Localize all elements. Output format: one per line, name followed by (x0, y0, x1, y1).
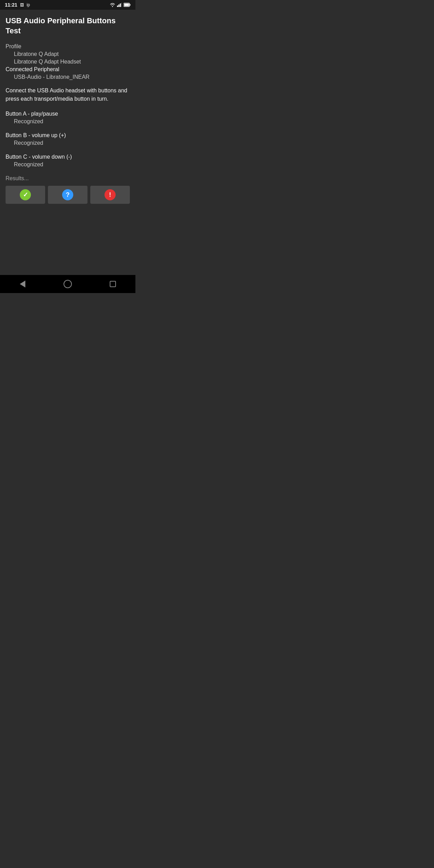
back-icon (20, 281, 25, 287)
question-icon: ? (62, 189, 73, 200)
results-label: Results... (6, 175, 130, 182)
ip-label: ip (27, 2, 30, 7)
button-a-row: Button A - play/pause Recognized (6, 111, 130, 125)
status-left: 11:21 🖼 ip (5, 2, 30, 8)
back-button[interactable] (12, 275, 33, 293)
profile-label: Profile (6, 43, 130, 50)
home-button[interactable] (57, 275, 78, 293)
svg-rect-6 (124, 4, 129, 6)
instruction-text: Connect the USB Audio headset with butto… (6, 86, 130, 103)
button-b-status: Recognized (14, 140, 130, 146)
photo-icon: 🖼 (20, 3, 24, 7)
button-c-status: Recognized (14, 161, 130, 168)
button-a-label: Button A - play/pause (6, 111, 130, 117)
recents-icon (110, 281, 116, 287)
nav-bar (0, 275, 135, 293)
recents-button[interactable] (102, 275, 123, 293)
action-buttons: ✓ ? ! (6, 186, 130, 204)
button-b-label: Button B - volume up (+) (6, 132, 130, 139)
profile-item-1: Libratone Q Adapt (14, 51, 130, 57)
main-content: USB Audio Peripheral Buttons Test Profil… (0, 10, 135, 275)
svg-rect-5 (130, 4, 131, 6)
svg-rect-3 (121, 3, 122, 7)
connected-device: USB-Audio - Libratone_INEAR (14, 74, 130, 80)
fail-icon: ! (105, 189, 116, 200)
svg-rect-2 (120, 3, 121, 7)
button-a-status: Recognized (14, 118, 130, 125)
status-time: 11:21 (5, 2, 17, 8)
page-title: USB Audio Peripheral Buttons Test (6, 16, 130, 36)
status-bar: 11:21 🖼 ip (0, 0, 135, 10)
question-button[interactable]: ? (48, 186, 87, 204)
profile-item-2: Libratone Q Adapt Headset (14, 59, 130, 65)
signal-icon (117, 3, 122, 7)
profile-section: Profile Libratone Q Adapt Libratone Q Ad… (6, 43, 130, 65)
connected-peripheral-label: Connected Peripheral (6, 66, 130, 73)
svg-rect-0 (117, 6, 118, 7)
wifi-icon (110, 3, 115, 7)
status-right (110, 3, 131, 7)
battery-icon (124, 3, 131, 7)
fail-button[interactable]: ! (90, 186, 130, 204)
button-b-row: Button B - volume up (+) Recognized (6, 132, 130, 146)
pass-icon: ✓ (20, 189, 31, 200)
button-c-label: Button C - volume down (-) (6, 154, 130, 160)
pass-button[interactable]: ✓ (6, 186, 45, 204)
connected-peripheral-section: Connected Peripheral USB-Audio - Librato… (6, 66, 130, 80)
home-icon (64, 280, 72, 288)
button-c-row: Button C - volume down (-) Recognized (6, 154, 130, 168)
svg-rect-1 (118, 5, 119, 7)
